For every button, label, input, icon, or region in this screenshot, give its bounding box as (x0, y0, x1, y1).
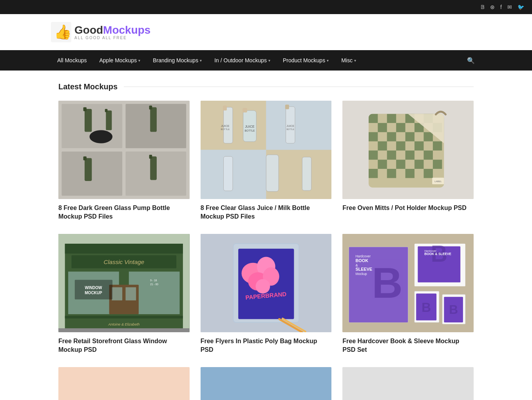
section-header: Latest Mockups (58, 82, 474, 91)
svg-rect-20 (201, 150, 266, 199)
svg-rect-49 (387, 132, 396, 141)
search-icon[interactable]: 🔍 (461, 51, 481, 71)
bottom-image (342, 367, 474, 400)
chevron-down-icon: ▾ (138, 58, 140, 63)
logo[interactable]: 👍 GoodMockups ALL GOOD ALL FREE (51, 22, 150, 42)
svg-rect-64 (369, 169, 378, 178)
mockup-image (58, 101, 190, 199)
svg-rect-9 (106, 110, 112, 130)
svg-rect-62 (414, 160, 423, 169)
mockup-card[interactable]: PAPERBRAND Free Flyers In Plastic Poly B… (201, 234, 332, 355)
svg-rect-60 (378, 160, 387, 169)
nav-all-mockups[interactable]: All Mockups (51, 51, 93, 70)
svg-rect-88 (58, 328, 190, 332)
svg-rect-35 (266, 155, 279, 192)
svg-text:JUICE: JUICE (286, 125, 294, 127)
svg-rect-12 (149, 106, 152, 110)
svg-rect-27 (242, 108, 247, 112)
svg-rect-45 (396, 123, 405, 132)
svg-rect-23 (223, 106, 227, 111)
svg-rect-65 (387, 169, 396, 178)
mockup-image: JUICE BOTTLE JUICE BOTTLE JUICE BOTTLE (201, 101, 332, 199)
svg-text:👍: 👍 (54, 24, 71, 40)
mockup-image: B Hardcover BOOK & SLEEVE Mockup B Hardc… (342, 234, 474, 332)
svg-rect-79 (112, 287, 122, 300)
nav-product-mockups[interactable]: Product Mockups ▾ (277, 51, 335, 70)
svg-rect-53 (396, 141, 405, 150)
mockup-card[interactable]: Classic Vintage WINDOW MOCKUP 9 - 18 21 … (58, 234, 190, 355)
svg-rect-41 (387, 114, 396, 123)
svg-text:21 - 00: 21 - 00 (150, 283, 158, 286)
svg-rect-31 (285, 105, 289, 109)
svg-text:Classic Vintage: Classic Vintage (104, 259, 144, 265)
svg-text:BOOK: BOOK (356, 258, 369, 263)
section-title: Latest Mockups (58, 82, 124, 91)
nav-apple-mockups[interactable]: Apple Mockups ▾ (93, 51, 147, 70)
svg-text:MOCKUP: MOCKUP (85, 291, 102, 295)
main-content: Latest Mockups (51, 71, 481, 400)
svg-rect-63 (433, 160, 442, 169)
svg-rect-14 (83, 156, 87, 160)
svg-rect-8 (83, 107, 87, 111)
svg-rect-59 (424, 150, 433, 159)
svg-rect-80 (126, 287, 136, 300)
svg-text:BOTTLE: BOTTLE (244, 129, 255, 132)
mockup-title: Free Oven Mitts / Pot Holder Mockup PSD (342, 204, 474, 212)
svg-rect-73 (65, 244, 183, 253)
svg-text:BOTTLE: BOTTLE (286, 128, 294, 130)
mockup-title: Free Hardcover Book & Sleeve Mockup PSD … (342, 337, 474, 355)
svg-rect-61 (396, 160, 405, 169)
svg-rect-55 (433, 141, 442, 150)
email-icon[interactable]: ✉ (507, 4, 512, 10)
svg-rect-56 (369, 150, 378, 159)
mockup-title: 8 Free Clear Glass Juice / Milk Bottle M… (201, 204, 332, 221)
mockup-card[interactable]: LABEL Free Oven Mitts / Pot Holder Mocku… (342, 101, 474, 221)
svg-rect-3 (62, 104, 122, 148)
svg-rect-67 (424, 169, 433, 178)
svg-text:B: B (372, 259, 403, 307)
mockup-card[interactable]: 8 Free Dark Green Glass Pump Bottle Mock… (58, 101, 190, 221)
mockup-image: Classic Vintage WINDOW MOCKUP 9 - 18 21 … (58, 234, 190, 332)
header: 👍 GoodMockups ALL GOOD ALL FREE (0, 14, 532, 50)
svg-text:WINDOW: WINDOW (85, 285, 102, 290)
nav-branding-mockups[interactable]: Branding Mockups ▾ (147, 51, 208, 70)
twitter-icon[interactable]: 🐦 (518, 4, 524, 10)
svg-point-17 (89, 130, 112, 143)
svg-rect-19 (266, 101, 331, 150)
svg-rect-48 (369, 132, 378, 141)
behance-icon[interactable]: 𝔹 (481, 4, 485, 10)
mockups-grid: 8 Free Dark Green Glass Pump Bottle Mock… (58, 101, 474, 355)
svg-text:Antoine & Elizabeth: Antoine & Elizabeth (108, 322, 139, 326)
svg-text:BOOK & SLEEVE: BOOK & SLEEVE (424, 252, 451, 256)
svg-point-96 (255, 279, 270, 293)
chevron-down-icon: ▾ (268, 58, 270, 63)
svg-text:B: B (449, 302, 458, 317)
bottom-image (58, 367, 190, 400)
svg-rect-51 (424, 132, 433, 141)
bottom-card[interactable] (342, 367, 474, 400)
svg-text:BOTTLE: BOTTLE (221, 128, 230, 130)
svg-rect-52 (378, 141, 387, 150)
chevron-down-icon: ▾ (327, 58, 329, 63)
mockup-card[interactable]: B Hardcover BOOK & SLEEVE Mockup B Hardc… (342, 234, 474, 355)
dribbble-icon[interactable]: ⊛ (490, 4, 495, 10)
bottom-card[interactable] (201, 367, 332, 400)
nav-indoor-outdoor-mockups[interactable]: In / Outdoor Mockups ▾ (208, 51, 277, 70)
svg-text:JUICE: JUICE (245, 125, 255, 129)
nav-misc[interactable]: Misc ▾ (335, 51, 362, 70)
svg-rect-10 (105, 109, 108, 112)
svg-rect-15 (150, 156, 157, 180)
svg-rect-40 (369, 114, 378, 123)
svg-rect-86 (65, 316, 183, 319)
svg-rect-50 (405, 132, 414, 141)
facebook-icon[interactable]: f (500, 4, 502, 10)
navigation: All Mockups Apple Mockups ▾ Branding Moc… (0, 50, 532, 71)
mockup-card[interactable]: JUICE BOTTLE JUICE BOTTLE JUICE BOTTLE 8… (201, 101, 332, 221)
svg-rect-54 (414, 141, 423, 150)
bottom-card[interactable] (58, 367, 190, 400)
logo-tagline: ALL GOOD ALL FREE (74, 36, 150, 40)
svg-rect-36 (302, 157, 311, 190)
mockup-title: Free Retail Storefront Glass Window Mock… (58, 337, 190, 355)
svg-text:SLEEVE: SLEEVE (356, 266, 373, 271)
svg-rect-34 (223, 156, 232, 191)
